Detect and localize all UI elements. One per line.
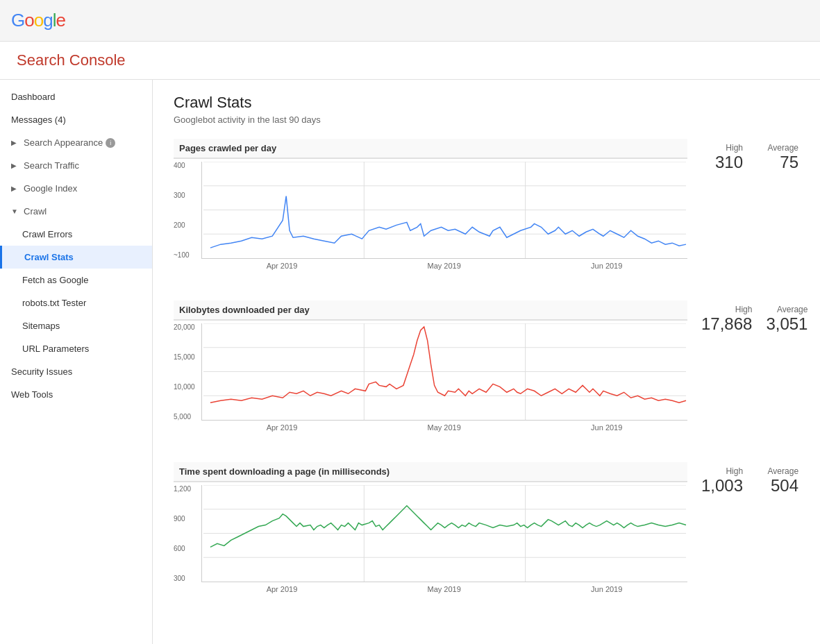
x-label-may-2019-1: May 2019 [428,262,461,270]
search-appearance-label: Search Appearance [24,137,103,148]
sidebar-item-dashboard[interactable]: Dashboard [0,85,152,108]
page-subtitle: Googlebot activity in the last 90 days [174,115,799,125]
sidebar-item-sitemaps[interactable]: Sitemaps [0,314,152,337]
chart-svg-kilobytes [201,323,687,421]
sidebar-item-url-parameters[interactable]: URL Parameters [0,337,152,360]
sidebar-item-security-issues[interactable]: Security Issues [0,360,152,383]
crawl-stats-label: Crawl Stats [24,252,74,262]
url-parameters-label: URL Parameters [22,344,89,354]
sidebar-item-messages[interactable]: Messages (4) [0,108,152,131]
search-console-title[interactable]: Search Console [17,51,126,69]
stat-header-low-3: Low [812,466,820,476]
chevron-right-icon: ▶ [11,139,19,147]
stat-header-high-1: High [701,143,743,153]
stat-header-avg-2: Average [766,305,808,314]
y-label-15000: 15,000 [174,353,195,361]
chart-section-time-spent: Time spent downloading a page (in millis… [174,462,799,596]
search-traffic-label: Search Traffic [24,160,79,171]
chart-title-time-spent: Time spent downloading a page (in millis… [179,466,390,477]
stat-avg-3: 504 [757,476,798,495]
stat-high-2: 17,868 [701,314,752,334]
stat-header-high-3: High [701,466,743,476]
google-index-label: Google Index [24,183,77,194]
main-content: Crawl Stats Googlebot activity in the la… [153,80,820,644]
sidebar-item-search-appearance[interactable]: ▶ Search Appearance i [0,131,152,154]
stat-high-1: 310 [701,153,743,172]
info-icon: i [106,138,115,148]
chart-section-pages-crawled: Pages crawled per day 400 300 200 ~100 [174,139,799,273]
crawl-label: Crawl [24,206,47,217]
y-label-1200: 1,200 [174,485,191,493]
stat-header-high-2: High [701,305,752,314]
y-label-300: 300 [174,192,190,199]
sidebar-item-search-traffic[interactable]: ▶ Search Traffic [0,154,152,177]
crawl-errors-label: Crawl Errors [22,229,72,239]
sidebar-item-web-tools[interactable]: Web Tools [0,383,152,406]
chart-svg-time-spent [201,485,687,582]
x-label-may-2019-3: May 2019 [428,585,461,593]
stat-low-3: 217 [812,476,820,495]
chevron-right-icon-3: ▶ [11,185,19,193]
x-label-apr-2019-1: Apr 2019 [267,262,298,270]
stat-header-avg-1: Average [757,143,798,153]
stat-low-1: 16 [812,153,820,172]
robots-tester-label: robots.txt Tester [22,298,86,308]
sidebar-item-fetch-as-google[interactable]: Fetch as Google [0,269,152,291]
brand-bar: Search Console [0,42,820,80]
chart-svg-pages-crawled [201,162,687,259]
sidebar-item-crawl-stats[interactable]: Crawl Stats [0,246,152,269]
google-logo: Google [11,10,65,31]
top-bar: Google [0,0,820,42]
y-label-900: 900 [174,515,191,523]
y-label-5000: 5,000 [174,413,195,421]
x-label-jun-2019-2: Jun 2019 [591,423,622,432]
web-tools-label: Web Tools [11,389,53,400]
logo-g2: g [43,10,52,31]
sitemaps-label: Sitemaps [22,321,60,331]
chart-title-pages-crawled: Pages crawled per day [179,143,276,153]
sidebar-item-crawl-errors[interactable]: Crawl Errors [0,223,152,246]
fetch-as-google-label: Fetch as Google [22,275,88,285]
y-label-20000: 20,000 [174,323,195,331]
messages-label: Messages (4) [11,115,66,125]
x-label-apr-2019-3: Apr 2019 [267,585,298,593]
x-label-jun-2019-3: Jun 2019 [591,585,622,593]
chart-title-kilobytes: Kilobytes downloaded per day [179,305,310,315]
y-label-200: 200 [174,221,190,229]
x-label-apr-2019-2: Apr 2019 [267,423,298,432]
y-label-400: 400 [174,162,190,169]
y-label-600: 600 [174,545,191,552]
stat-avg-1: 75 [757,153,798,172]
layout: Dashboard Messages (4) ▶ Search Appearan… [0,80,820,644]
logo-o2: o [34,10,43,31]
dashboard-label: Dashboard [11,92,56,102]
page-title: Crawl Stats [174,94,799,112]
logo-g: G [11,10,24,31]
stat-header-low-1: Low [812,143,820,153]
sidebar-item-crawl[interactable]: ▼ Crawl [0,200,152,223]
y-label-300: 300 [174,575,191,582]
stat-avg-2: 3,051 [766,314,808,334]
y-label-10000: 10,000 [174,383,195,391]
chevron-right-icon-2: ▶ [11,162,19,170]
x-label-jun-2019-1: Jun 2019 [591,262,622,270]
logo-o1: o [24,10,33,31]
sidebar-item-robots-tester[interactable]: robots.txt Tester [0,291,152,314]
stat-header-avg-3: Average [757,466,798,476]
security-issues-label: Security Issues [11,366,72,377]
sidebar: Dashboard Messages (4) ▶ Search Appearan… [0,80,153,644]
sidebar-item-google-index[interactable]: ▶ Google Index [0,177,152,200]
x-label-may-2019-2: May 2019 [428,423,461,432]
chart-section-kilobytes: Kilobytes downloaded per day 20,000 15,0… [174,300,799,434]
logo-e: e [56,10,65,31]
y-label-100: ~100 [174,251,190,259]
stat-high-3: 1,003 [701,476,743,495]
chevron-down-icon: ▼ [11,207,19,216]
